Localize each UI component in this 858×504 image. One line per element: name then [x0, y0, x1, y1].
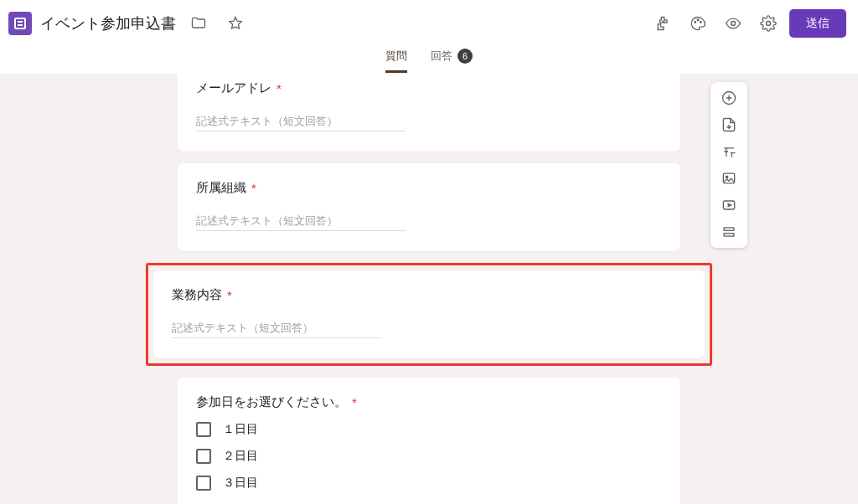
tab-responses-label: 回答 — [431, 49, 452, 64]
required-asterisk: * — [277, 81, 282, 95]
svg-point-4 — [767, 21, 771, 25]
add-image-icon[interactable] — [714, 166, 744, 191]
svg-point-3 — [731, 21, 736, 25]
svg-rect-10 — [724, 234, 734, 236]
tab-questions-label: 質問 — [385, 49, 407, 64]
svg-point-0 — [695, 21, 696, 23]
work-area: メールアドレ * 所属組織 * — [0, 74, 858, 504]
star-icon[interactable] — [221, 9, 250, 38]
svg-point-1 — [697, 19, 699, 21]
question-label: 業務内容 — [172, 287, 222, 303]
svg-point-7 — [726, 176, 728, 178]
settings-icon[interactable] — [754, 9, 783, 38]
checkbox-label: ３日目 — [223, 476, 258, 491]
tab-row: 質問 回答 6 — [0, 46, 858, 74]
highlight-job-question: 業務内容 * — [146, 263, 712, 366]
question-toolbar — [711, 82, 747, 248]
tab-questions[interactable]: 質問 — [385, 49, 407, 73]
checkbox-label: １日目 — [223, 422, 258, 437]
add-title-icon[interactable] — [714, 139, 744, 164]
palette-icon[interactable] — [684, 9, 712, 38]
checkbox-option[interactable]: １日目 — [196, 422, 662, 437]
checkbox-option[interactable]: ３日目 — [196, 476, 662, 491]
import-questions-icon[interactable] — [714, 112, 744, 137]
question-label: 参加日をお選びください。 — [196, 394, 347, 410]
short-answer-input[interactable] — [196, 111, 406, 131]
responses-count-badge: 6 — [457, 49, 473, 64]
send-button[interactable]: 送信 — [789, 9, 846, 38]
preview-icon[interactable] — [719, 9, 747, 38]
question-card-org[interactable]: 所属組織 * — [178, 163, 680, 251]
question-card-job[interactable]: 業務内容 * — [153, 270, 705, 358]
add-section-icon[interactable] — [714, 219, 744, 244]
checkbox-icon[interactable] — [196, 476, 211, 491]
add-video-icon[interactable] — [714, 193, 744, 218]
short-answer-input[interactable] — [172, 318, 381, 338]
checkbox-option[interactable]: ２日目 — [196, 449, 662, 464]
required-asterisk: * — [251, 181, 256, 195]
checkbox-icon[interactable] — [196, 449, 211, 464]
question-label: 所属組織 — [196, 180, 246, 196]
required-asterisk: * — [227, 288, 232, 302]
folder-icon[interactable] — [184, 9, 213, 38]
addons-icon[interactable] — [649, 9, 677, 38]
forms-logo — [8, 12, 32, 35]
short-answer-input[interactable] — [196, 211, 406, 231]
form-title[interactable]: イベント参加申込書 — [40, 13, 176, 33]
required-asterisk: * — [352, 395, 357, 409]
question-label: メールアドレ — [196, 80, 271, 96]
add-question-icon[interactable] — [714, 85, 744, 111]
checkbox-label: ２日目 — [223, 449, 258, 464]
appbar: イベント参加申込書 送信 — [0, 0, 858, 46]
tab-responses[interactable]: 回答 6 — [431, 49, 473, 73]
svg-rect-9 — [724, 228, 734, 230]
question-card-email[interactable]: メールアドレ * — [178, 74, 680, 152]
question-card-days[interactable]: 参加日をお選びください。 * １日目 ２日目 ３日目 — [178, 378, 680, 504]
checkbox-icon[interactable] — [196, 422, 211, 437]
svg-point-2 — [700, 21, 702, 23]
